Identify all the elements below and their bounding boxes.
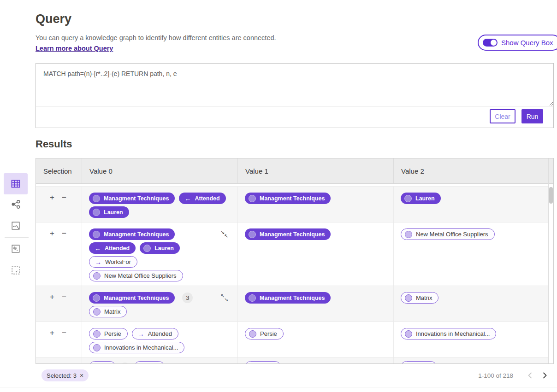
table-body: +−Managment Techniques←AttendedLaurenMan…: [36, 184, 548, 363]
entity-pill[interactable]: New Metal Office Suppliers: [89, 270, 183, 281]
selected-count-badge[interactable]: Selected: 3 ×: [41, 369, 89, 381]
query-input[interactable]: MATCH path=(n)-[r*..2]-(e) RETURN path, …: [36, 64, 553, 106]
value-cell: [82, 358, 238, 363]
pill-line: [401, 361, 542, 363]
prev-page-button[interactable]: [524, 370, 535, 381]
clipped-pill[interactable]: [134, 361, 165, 363]
node-circle-icon: [249, 195, 256, 202]
collapse-icon[interactable]: ↘↖: [220, 230, 228, 239]
results-table: SelectionValue 0Value 1Value 2 +−Managme…: [36, 158, 554, 364]
add-selection-button[interactable]: +: [50, 193, 54, 201]
clipped-pill[interactable]: [89, 361, 116, 363]
pill-label: Attended: [195, 195, 219, 202]
sidebar-item-chart-view[interactable]: [4, 215, 28, 236]
pill-label: Persie: [260, 330, 277, 337]
entity-pill[interactable]: →WorksFor: [89, 256, 137, 268]
entity-pill[interactable]: Persie: [245, 328, 284, 339]
arrow-glyph: ↘: [224, 297, 228, 302]
value-cell: Persie: [238, 322, 394, 357]
pill-line: →WorksFor: [89, 256, 231, 268]
selection-cell: +−: [36, 187, 82, 222]
pill-label: Persie: [104, 330, 121, 337]
query-page: Query You can query a knowledge graph to…: [0, 0, 557, 392]
entity-pill[interactable]: →Attended: [132, 328, 178, 339]
pill-line: Lauren: [401, 193, 542, 204]
node-circle-icon: [404, 195, 412, 202]
selection-cell: +−: [36, 222, 82, 286]
entity-pill[interactable]: Innovations in Mechanical...: [89, 342, 184, 353]
entity-pill[interactable]: Persie: [89, 328, 128, 339]
clear-button[interactable]: Clear: [490, 109, 516, 123]
entity-pill[interactable]: Matrix: [401, 292, 438, 304]
pill-label: Innovations in Mechanical...: [416, 330, 490, 337]
entity-pill[interactable]: Managment Techniques: [245, 193, 331, 204]
pill-line: [245, 361, 387, 363]
toggle-switch-icon[interactable]: [483, 39, 498, 47]
selection-cell: +−: [36, 322, 82, 357]
entity-pill[interactable]: Matrix: [89, 306, 127, 317]
pill-line: New Metal Office Suppliers: [401, 228, 542, 240]
table-row: [36, 358, 548, 363]
entity-pill[interactable]: Managment Techniques: [89, 193, 175, 204]
map-icon: [11, 244, 21, 254]
expand-icon[interactable]: ↖↘: [220, 293, 228, 302]
pill-line: Persie: [245, 328, 387, 339]
add-selection-button[interactable]: +: [50, 229, 54, 237]
sidebar-item-graph-view[interactable]: [4, 193, 28, 215]
vertical-scrollbar[interactable]: [548, 158, 553, 363]
remove-selection-button[interactable]: −: [62, 293, 66, 301]
remove-selection-button[interactable]: −: [62, 329, 66, 337]
selection-cell: [36, 358, 82, 363]
value-cell: Persie→AttendedInnovations in Mechanical…: [82, 322, 238, 357]
add-selection-button[interactable]: +: [50, 329, 54, 337]
value-cell: Matrix: [394, 286, 548, 322]
pill-label: Lauren: [415, 195, 435, 202]
table-header-row: SelectionValue 0Value 1Value 2: [36, 158, 553, 184]
entity-pill[interactable]: Lauren: [401, 193, 441, 204]
sidebar-item-table-view[interactable]: [4, 173, 28, 194]
value-cell: Managment Techniques: [238, 286, 394, 322]
page-title: Query: [36, 12, 71, 26]
node-circle-icon: [249, 294, 256, 302]
toggle-label: Show Query Box: [501, 39, 553, 47]
node-circle-icon: [93, 344, 101, 351]
entity-pill[interactable]: Managment Techniques: [245, 292, 331, 304]
learn-more-link[interactable]: Learn more about Query: [36, 45, 113, 52]
entity-pill[interactable]: Lauren: [140, 242, 180, 254]
value-cell: Managment Techniques: [238, 187, 394, 222]
table-icon: [10, 178, 21, 189]
toggle-knob: [491, 40, 497, 46]
entity-pill[interactable]: Managment Techniques: [245, 228, 331, 240]
pill-label: Attended: [105, 245, 130, 252]
node-circle-icon: [249, 231, 256, 238]
chevron-left-icon: [528, 372, 532, 379]
sidebar-item-map-view[interactable]: [4, 238, 28, 259]
pill-line: Matrix: [401, 292, 542, 304]
pill-line: Managment Techniques: [89, 228, 231, 240]
clipped-pill[interactable]: [401, 361, 437, 363]
value-cell: Innovations in Mechanical...: [394, 322, 548, 357]
remove-selection-button[interactable]: −: [62, 193, 66, 201]
entity-pill[interactable]: ←Attended: [179, 193, 225, 204]
entity-pill[interactable]: Managment Techniques: [89, 292, 175, 304]
run-button[interactable]: Run: [521, 109, 543, 123]
node-circle-icon: [93, 209, 100, 216]
entity-pill[interactable]: ←Attended: [89, 242, 136, 254]
graph-icon: [11, 199, 21, 210]
pill-line: Managment Techniques: [245, 292, 387, 304]
entity-pill[interactable]: Lauren: [89, 206, 129, 218]
clipped-pill[interactable]: [245, 361, 281, 363]
entity-pill[interactable]: Innovations in Mechanical...: [401, 328, 496, 339]
show-query-box-toggle[interactable]: Show Query Box: [478, 35, 557, 51]
clear-selection-icon[interactable]: ×: [80, 372, 83, 379]
entity-pill[interactable]: New Metal Office Suppliers: [401, 228, 495, 240]
value-cell: New Metal Office Suppliers: [394, 222, 548, 286]
add-selection-button[interactable]: +: [50, 293, 54, 301]
pill-label: Innovations in Mechanical...: [104, 344, 178, 351]
next-page-button[interactable]: [539, 370, 550, 381]
pill-line: [89, 361, 231, 363]
scrollbar-thumb[interactable]: [549, 187, 553, 204]
remove-selection-button[interactable]: −: [62, 229, 66, 237]
sidebar-item-select-view[interactable]: [4, 260, 28, 281]
entity-pill[interactable]: Managment Techniques: [89, 228, 175, 240]
